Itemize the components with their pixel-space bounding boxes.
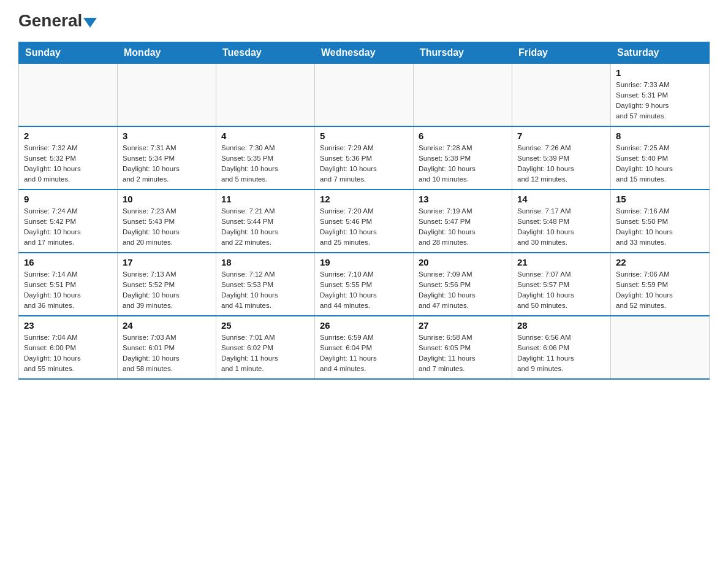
day-info: Sunrise: 7:14 AMSunset: 5:51 PMDaylight:… [24,269,112,312]
day-number: 9 [24,194,112,204]
day-number: 6 [419,131,507,141]
calendar-cell: 2Sunrise: 7:32 AMSunset: 5:32 PMDaylight… [19,126,118,190]
day-number: 1 [616,67,704,78]
day-number: 4 [221,131,309,141]
calendar-cell [414,63,512,126]
calendar-cell: 4Sunrise: 7:30 AMSunset: 5:35 PMDaylight… [216,126,315,190]
weekday-header-wednesday: Wednesday [315,42,414,63]
day-info: Sunrise: 7:10 AMSunset: 5:55 PMDaylight:… [320,269,408,312]
calendar-cell [19,63,118,126]
day-info: Sunrise: 7:32 AMSunset: 5:32 PMDaylight:… [24,143,112,185]
day-number: 11 [221,194,309,204]
day-number: 17 [123,257,211,267]
day-number: 20 [419,257,507,267]
day-info: Sunrise: 7:28 AMSunset: 5:38 PMDaylight:… [419,143,507,185]
logo-arrow-icon [83,18,97,28]
day-info: Sunrise: 7:29 AMSunset: 5:36 PMDaylight:… [320,143,408,185]
day-info: Sunrise: 7:07 AMSunset: 5:57 PMDaylight:… [517,269,605,312]
day-number: 26 [320,320,408,331]
svg-marker-0 [83,18,97,28]
day-info: Sunrise: 7:23 AMSunset: 5:43 PMDaylight:… [123,206,211,248]
logo-general-text: General [18,12,97,31]
calendar-cell [512,63,611,126]
day-number: 12 [320,194,408,204]
calendar-cell: 8Sunrise: 7:25 AMSunset: 5:40 PMDaylight… [611,126,710,190]
calendar-cell: 19Sunrise: 7:10 AMSunset: 5:55 PMDayligh… [315,253,414,316]
day-info: Sunrise: 6:58 AMSunset: 6:05 PMDaylight:… [419,332,507,375]
day-number: 13 [419,194,507,204]
day-number: 18 [221,257,309,267]
page-header: General [18,12,710,29]
day-number: 5 [320,131,408,141]
day-info: Sunrise: 7:33 AMSunset: 5:31 PMDaylight:… [616,80,704,122]
day-number: 7 [517,131,605,141]
calendar-cell: 12Sunrise: 7:20 AMSunset: 5:46 PMDayligh… [315,190,414,253]
calendar-week-row: 9Sunrise: 7:24 AMSunset: 5:42 PMDaylight… [19,190,710,253]
calendar-cell: 22Sunrise: 7:06 AMSunset: 5:59 PMDayligh… [611,253,710,316]
calendar-cell: 3Sunrise: 7:31 AMSunset: 5:34 PMDaylight… [118,126,216,190]
day-info: Sunrise: 7:03 AMSunset: 6:01 PMDaylight:… [123,332,211,375]
calendar-cell: 5Sunrise: 7:29 AMSunset: 5:36 PMDaylight… [315,126,414,190]
day-number: 28 [517,320,605,331]
day-info: Sunrise: 7:20 AMSunset: 5:46 PMDaylight:… [320,206,408,248]
day-number: 22 [616,257,704,267]
calendar-cell: 25Sunrise: 7:01 AMSunset: 6:02 PMDayligh… [216,316,315,379]
day-info: Sunrise: 7:21 AMSunset: 5:44 PMDaylight:… [221,206,309,248]
day-number: 21 [517,257,605,267]
day-number: 16 [24,257,112,267]
day-info: Sunrise: 7:25 AMSunset: 5:40 PMDaylight:… [616,143,704,185]
calendar-week-row: 1Sunrise: 7:33 AMSunset: 5:31 PMDaylight… [19,63,710,126]
calendar-cell: 14Sunrise: 7:17 AMSunset: 5:48 PMDayligh… [512,190,611,253]
day-number: 23 [24,320,112,331]
calendar-cell: 24Sunrise: 7:03 AMSunset: 6:01 PMDayligh… [118,316,216,379]
weekday-header-tuesday: Tuesday [216,42,315,63]
day-number: 25 [221,320,309,331]
calendar-cell [611,316,710,379]
calendar-cell: 17Sunrise: 7:13 AMSunset: 5:52 PMDayligh… [118,253,216,316]
day-info: Sunrise: 7:26 AMSunset: 5:39 PMDaylight:… [517,143,605,185]
weekday-header-friday: Friday [512,42,611,63]
weekday-header-thursday: Thursday [414,42,512,63]
calendar-cell [118,63,216,126]
day-number: 19 [320,257,408,267]
calendar-cell: 10Sunrise: 7:23 AMSunset: 5:43 PMDayligh… [118,190,216,253]
day-info: Sunrise: 7:31 AMSunset: 5:34 PMDaylight:… [123,143,211,185]
day-number: 10 [123,194,211,204]
logo: General [18,12,97,29]
day-number: 27 [419,320,507,331]
calendar-week-row: 2Sunrise: 7:32 AMSunset: 5:32 PMDaylight… [19,126,710,190]
day-number: 2 [24,131,112,141]
calendar-cell: 1Sunrise: 7:33 AMSunset: 5:31 PMDaylight… [611,63,710,126]
weekday-header-row: SundayMondayTuesdayWednesdayThursdayFrid… [19,42,710,63]
calendar-cell: 26Sunrise: 6:59 AMSunset: 6:04 PMDayligh… [315,316,414,379]
calendar-cell: 20Sunrise: 7:09 AMSunset: 5:56 PMDayligh… [414,253,512,316]
calendar-cell [216,63,315,126]
calendar-table: SundayMondayTuesdayWednesdayThursdayFrid… [18,42,710,380]
day-number: 8 [616,131,704,141]
day-number: 24 [123,320,211,331]
day-info: Sunrise: 7:16 AMSunset: 5:50 PMDaylight:… [616,206,704,248]
calendar-cell: 28Sunrise: 6:56 AMSunset: 6:06 PMDayligh… [512,316,611,379]
calendar-cell: 11Sunrise: 7:21 AMSunset: 5:44 PMDayligh… [216,190,315,253]
calendar-week-row: 23Sunrise: 7:04 AMSunset: 6:00 PMDayligh… [19,316,710,379]
day-info: Sunrise: 7:24 AMSunset: 5:42 PMDaylight:… [24,206,112,248]
day-number: 3 [123,131,211,141]
calendar-cell: 15Sunrise: 7:16 AMSunset: 5:50 PMDayligh… [611,190,710,253]
calendar-header: SundayMondayTuesdayWednesdayThursdayFrid… [19,42,710,63]
day-info: Sunrise: 7:01 AMSunset: 6:02 PMDaylight:… [221,332,309,375]
day-info: Sunrise: 6:59 AMSunset: 6:04 PMDaylight:… [320,332,408,375]
weekday-header-monday: Monday [118,42,216,63]
calendar-cell: 13Sunrise: 7:19 AMSunset: 5:47 PMDayligh… [414,190,512,253]
day-info: Sunrise: 7:09 AMSunset: 5:56 PMDaylight:… [419,269,507,312]
day-info: Sunrise: 7:19 AMSunset: 5:47 PMDaylight:… [419,206,507,248]
day-info: Sunrise: 7:12 AMSunset: 5:53 PMDaylight:… [221,269,309,312]
calendar-week-row: 16Sunrise: 7:14 AMSunset: 5:51 PMDayligh… [19,253,710,316]
weekday-header-sunday: Sunday [19,42,118,63]
calendar-cell [315,63,414,126]
calendar-cell: 16Sunrise: 7:14 AMSunset: 5:51 PMDayligh… [19,253,118,316]
calendar-cell: 23Sunrise: 7:04 AMSunset: 6:00 PMDayligh… [19,316,118,379]
calendar-cell: 6Sunrise: 7:28 AMSunset: 5:38 PMDaylight… [414,126,512,190]
day-info: Sunrise: 7:13 AMSunset: 5:52 PMDaylight:… [123,269,211,312]
day-info: Sunrise: 7:30 AMSunset: 5:35 PMDaylight:… [221,143,309,185]
day-info: Sunrise: 7:17 AMSunset: 5:48 PMDaylight:… [517,206,605,248]
